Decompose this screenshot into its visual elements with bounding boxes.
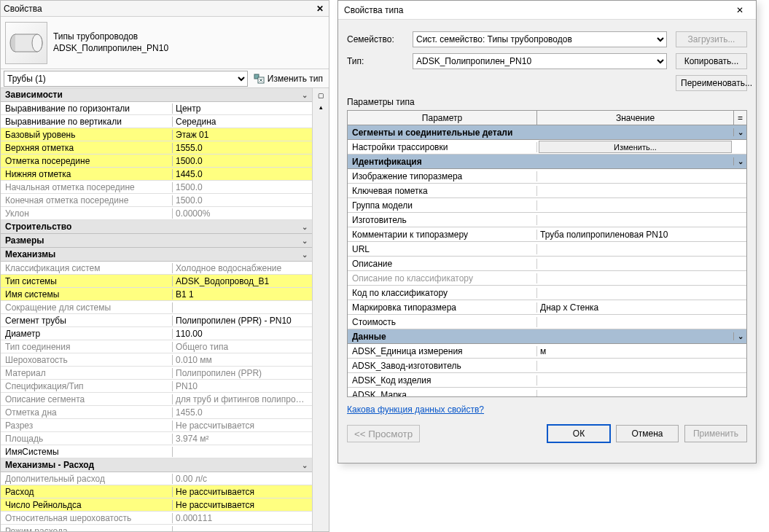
edit-type-button[interactable]: Изменить тип bbox=[251, 71, 326, 87]
prop-sys-type: Тип системы bbox=[1, 276, 173, 286]
collapse-icon[interactable]: ⌄ bbox=[302, 251, 308, 259]
param-manufacturer: Изготовитель bbox=[348, 215, 537, 225]
group-data[interactable]: Данные ⌄ bbox=[348, 329, 746, 344]
group-segments[interactable]: Сегменты и соединительные детали ⌄ bbox=[348, 125, 746, 140]
scroll-arrow-icon[interactable]: ▴ bbox=[315, 101, 327, 113]
scroll-up-icon[interactable]: ▢ bbox=[315, 90, 327, 101]
collapse-icon[interactable]: ⌄ bbox=[733, 128, 746, 136]
group-mechanical-flow[interactable]: Механизмы - Расход ⌄ bbox=[1, 458, 312, 472]
prop-roughness: Шероховатость bbox=[1, 355, 173, 365]
ok-button[interactable]: ОК bbox=[547, 425, 610, 442]
param-type-mark: Маркировка типоразмера bbox=[348, 302, 537, 313]
collapse-icon[interactable]: ⌄ bbox=[302, 237, 308, 245]
group-dependencies[interactable]: Зависимости ⌄ bbox=[1, 88, 312, 102]
prop-sys-class: Классификация систем bbox=[1, 263, 173, 273]
type-select[interactable]: ADSK_Полипропилен_PN10 bbox=[413, 53, 667, 69]
group-construction[interactable]: Строительство ⌄ bbox=[1, 220, 312, 234]
help-link[interactable]: Какова функция данных свойств? bbox=[347, 404, 484, 415]
prop-additional-flow: Дополнительный расход bbox=[1, 474, 173, 484]
type-thumbnail bbox=[5, 22, 47, 64]
dialog-title: Свойства типа bbox=[344, 5, 730, 15]
group-mechanical[interactable]: Механизмы ⌄ bbox=[1, 248, 312, 262]
prop-sys-name: Имя системы bbox=[1, 289, 173, 300]
prop-invert-elev: Отметка дна bbox=[1, 407, 173, 418]
prop-slope: Уклон bbox=[1, 208, 173, 219]
type-parameters-heading: Параметры типа bbox=[347, 97, 747, 107]
prop-section: Разрез bbox=[1, 420, 173, 431]
prop-relative-roughness: Относительная шероховатость bbox=[1, 513, 173, 523]
prop-diameter: Диаметр bbox=[1, 329, 173, 339]
load-button: Загрузить... bbox=[676, 31, 747, 47]
element-filter-select[interactable]: Трубы (1) bbox=[4, 71, 248, 87]
collapse-icon[interactable]: ⌄ bbox=[733, 332, 746, 340]
type-family-line2: ADSK_Полипропилен_PN10 bbox=[53, 43, 168, 55]
properties-scrollbar[interactable]: ▢ ▴ bbox=[313, 88, 329, 531]
prop-segment-desc: Описание сегмента bbox=[1, 394, 173, 404]
cancel-button[interactable]: Отмена bbox=[616, 425, 679, 442]
prop-system-name-param: ИмяСистемы bbox=[1, 447, 173, 457]
properties-table[interactable]: Зависимости ⌄ Выравнивание по горизонтал… bbox=[1, 88, 313, 531]
type-family-line1: Типы трубопроводов bbox=[53, 31, 168, 43]
prop-end-mid: Конечная отметка посередине bbox=[1, 195, 173, 206]
prop-connection: Тип соединения bbox=[1, 342, 173, 352]
svg-point-1 bbox=[32, 34, 42, 52]
param-adsk-plant: ADSK_Завод-изготовитель bbox=[348, 361, 537, 371]
param-adsk-unit: ADSK_Единица измерения bbox=[348, 346, 537, 356]
prop-halign: Выравнивание по горизонтали bbox=[1, 103, 173, 114]
apply-button: Применить bbox=[684, 425, 747, 442]
properties-header: Свойства ✕ bbox=[1, 1, 329, 17]
dialog-titlebar[interactable]: Свойства типа ✕ bbox=[338, 1, 756, 20]
group-identification[interactable]: Идентификация ⌄ bbox=[348, 154, 746, 169]
copy-button[interactable]: Копировать... bbox=[676, 53, 747, 69]
param-class-desc: Описание по классификатору bbox=[348, 273, 537, 283]
collapse-icon[interactable]: ⌄ bbox=[302, 461, 308, 469]
prop-flow-mode: Режим расхода bbox=[1, 526, 173, 532]
prop-reynolds: Число Рейнольдса bbox=[1, 500, 173, 510]
prop-sys-abbr: Сокращение для системы bbox=[1, 302, 173, 313]
prop-bot-elev: Нижняя отметка bbox=[1, 169, 173, 179]
param-routing: Настройки трассировки bbox=[348, 142, 537, 152]
prop-valign: Выравнивание по вертикали bbox=[1, 117, 173, 127]
group-dimensions[interactable]: Размеры ⌄ bbox=[1, 234, 312, 248]
col-parameter: Параметр bbox=[348, 111, 537, 125]
param-cost: Стоимость bbox=[348, 317, 537, 327]
param-url: URL bbox=[348, 244, 537, 254]
collapse-icon[interactable]: ⌄ bbox=[733, 157, 746, 165]
prop-spec-type: Спецификация/Тип bbox=[1, 381, 173, 391]
prop-start-mid: Начальная отметка посередине bbox=[1, 182, 173, 192]
param-description: Описание bbox=[348, 259, 537, 269]
prop-material: Материал bbox=[1, 368, 173, 378]
collapse-icon[interactable]: ⌄ bbox=[302, 223, 308, 231]
col-value: Значение bbox=[537, 111, 733, 125]
properties-title: Свойства bbox=[4, 4, 314, 14]
rename-button[interactable]: Переименовать... bbox=[676, 75, 747, 91]
param-type-image: Изображение типоразмера bbox=[348, 171, 537, 181]
param-adsk-code: ADSK_Код изделия bbox=[348, 375, 537, 386]
type-label: Тип: bbox=[347, 56, 413, 66]
close-icon[interactable]: ✕ bbox=[730, 3, 750, 17]
properties-panel: Свойства ✕ Типы трубопроводов ADSK_Полип… bbox=[0, 0, 329, 532]
prop-pipe-segment: Сегмент трубы bbox=[1, 316, 173, 326]
param-adsk-mark: ADSK_Марка bbox=[348, 390, 537, 397]
routing-edit-button[interactable]: Изменить... bbox=[539, 141, 732, 153]
prop-area: Площадь bbox=[1, 434, 173, 444]
collapse-icon[interactable]: ⌄ bbox=[302, 91, 308, 99]
col-equals: = bbox=[733, 111, 746, 125]
param-model-group: Группа модели bbox=[348, 200, 537, 211]
prop-top-elev: Верхняя отметка bbox=[1, 143, 173, 153]
prop-base-level: Базовый уровень bbox=[1, 130, 173, 140]
family-select[interactable]: Сист. семейство: Типы трубопроводов bbox=[413, 31, 667, 47]
prop-mid-elev: Отметка посередине bbox=[1, 156, 173, 166]
prop-flow: Расход bbox=[1, 487, 173, 497]
family-label: Семейство: bbox=[347, 34, 413, 44]
param-keynote: Ключевая пометка bbox=[348, 186, 537, 196]
type-parameters-table: Параметр Значение = Сегменты и соедините… bbox=[347, 110, 747, 397]
type-properties-dialog: Свойства типа ✕ Семейство: Сист. семейст… bbox=[337, 0, 757, 463]
preview-button: << Просмотр bbox=[347, 425, 420, 442]
param-class-code: Код по классификатору bbox=[348, 288, 537, 298]
type-preview-row[interactable]: Типы трубопроводов ADSK_Полипропилен_PN1… bbox=[1, 17, 329, 69]
close-icon[interactable]: ✕ bbox=[314, 3, 326, 15]
param-type-comments: Комментарии к типоразмеру bbox=[348, 230, 537, 240]
